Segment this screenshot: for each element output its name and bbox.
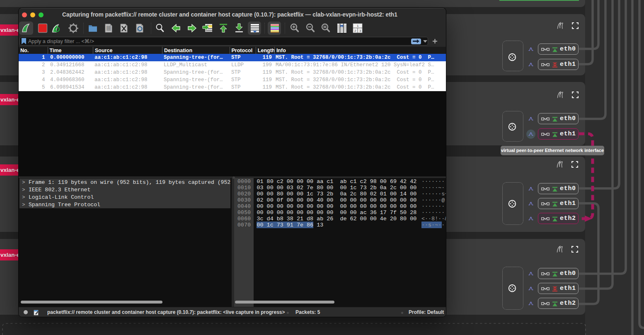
svg-text:0101: 0101 [107,29,111,31]
svg-text:2: 2 [354,29,356,33]
svg-text:1: 1 [357,24,359,28]
svg-text:3: 3 [359,29,361,33]
